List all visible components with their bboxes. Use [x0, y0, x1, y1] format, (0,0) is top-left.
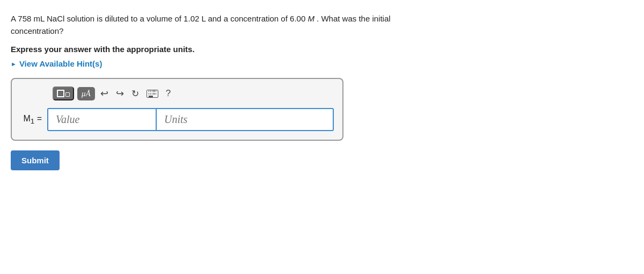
input-row: M1 = — [20, 108, 334, 131]
reset-button[interactable]: ↻ — [129, 87, 141, 100]
express-instruction: Express your answer with the appropriate… — [11, 45, 397, 54]
undo-button[interactable]: ↩ — [98, 86, 111, 100]
units-input[interactable] — [157, 109, 299, 130]
keyboard-icon — [147, 90, 158, 98]
key — [149, 93, 149, 95]
m1-label: M1 = — [20, 114, 42, 125]
answer-box: μÅ ↩ ↪ ↻ — [11, 78, 343, 141]
key — [149, 90, 149, 92]
hint-arrow-icon: ► — [11, 61, 17, 67]
hint-link-label: View Available Hint(s) — [19, 59, 103, 68]
key-row-1 — [149, 90, 156, 92]
key — [153, 90, 154, 92]
key-row-3 — [149, 96, 156, 97]
big-square-icon — [57, 90, 64, 97]
key — [150, 90, 151, 92]
key — [156, 90, 156, 92]
keyboard-button[interactable] — [144, 89, 160, 99]
mu-label: μÅ — [82, 89, 91, 98]
redo-icon: ↪ — [116, 88, 124, 99]
question-mark-icon: ? — [166, 88, 171, 98]
special-chars-button[interactable]: μÅ — [77, 87, 95, 100]
spacebar-key — [149, 96, 153, 97]
help-button[interactable]: ? — [164, 87, 173, 100]
m1-subscript: 1 — [31, 117, 34, 125]
small-square-icon — [65, 92, 70, 97]
redo-button[interactable]: ↪ — [114, 86, 126, 100]
squares-icon — [57, 90, 70, 97]
key — [152, 90, 152, 92]
key — [152, 93, 152, 95]
key — [156, 93, 156, 95]
key-row-2 — [149, 93, 156, 95]
toolbar: μÅ ↩ ↪ ↻ — [20, 86, 334, 100]
hint-link[interactable]: ► View Available Hint(s) — [11, 59, 397, 68]
problem-text: A 758 mL NaCl solution is diluted to a v… — [11, 13, 397, 37]
undo-icon: ↩ — [100, 88, 108, 99]
key — [150, 93, 151, 95]
submit-label: Submit — [21, 156, 49, 165]
answer-input-wrapper — [47, 108, 334, 131]
submit-button[interactable]: Submit — [11, 150, 60, 170]
key — [153, 93, 154, 95]
value-input[interactable] — [48, 109, 156, 130]
reload-icon: ↻ — [131, 88, 139, 99]
format-squares-button[interactable] — [53, 86, 74, 100]
